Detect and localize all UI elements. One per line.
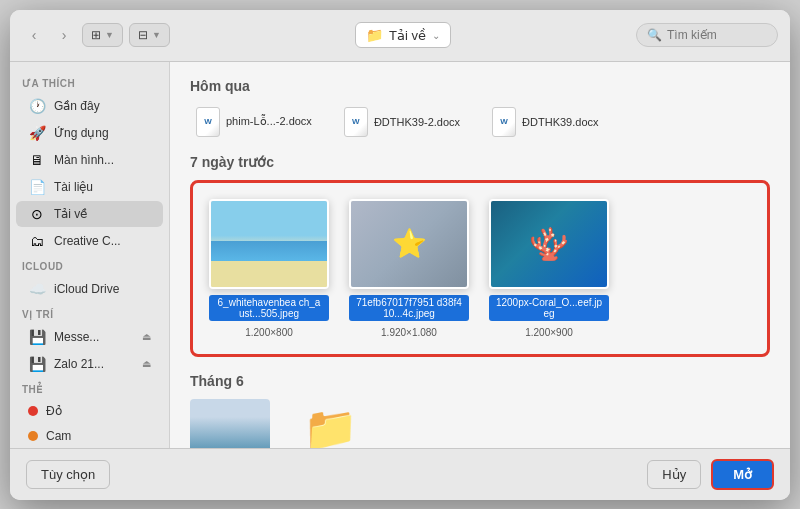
- back-button[interactable]: ‹: [22, 23, 46, 47]
- june-thumb-1[interactable]: [190, 399, 270, 448]
- beach-label: 6_whitehavenbea ch_aust...505.jpeg: [209, 295, 329, 321]
- section-7days-header: 7 ngày trước: [190, 154, 770, 170]
- file-name-ddthk: ĐDTHK39.docx: [522, 116, 598, 128]
- starfish-image: ⭐: [351, 201, 467, 287]
- coral-dims: 1.200×900: [525, 327, 573, 338]
- image-item-beach[interactable]: 6_whitehavenbea ch_aust...505.jpeg 1.200…: [209, 199, 329, 338]
- beach-thumb: [209, 199, 329, 289]
- file-area: Hôm qua W phim-Lỗ...-2.docx W ĐDTHK39-2.…: [170, 62, 790, 448]
- sidebar-item-recent-label: Gần đây: [54, 99, 100, 113]
- sidebar-item-apps-label: Ứng dụng: [54, 126, 109, 140]
- zalo-icon: 💾: [28, 356, 46, 372]
- tags-section-label: Thẻ: [10, 378, 169, 398]
- recent-icon: 🕐: [28, 98, 46, 114]
- sidebar-item-zalo-label: Zalo 21...: [54, 357, 104, 371]
- apps-icon: 🚀: [28, 125, 46, 141]
- sidebar: Ưa thích 🕐 Gần đây 🚀 Ứng dụng 🖥 Màn hình…: [10, 62, 170, 448]
- toolbar: ‹ › ⊞ ▼ ⊟ ▼ 📁 Tải về ⌄ 🔍: [10, 10, 790, 62]
- image-item-starfish[interactable]: ⭐ 71efb67017f7951 d38f410...4c.jpeg 1.92…: [349, 199, 469, 338]
- sidebar-item-desktop[interactable]: 🖥 Màn hình...: [16, 147, 163, 173]
- view-grid-button[interactable]: ⊞ ▼: [82, 23, 123, 47]
- today-files-row: W phim-Lỗ...-2.docx W ĐDTHK39-2.docx W Đ…: [190, 104, 770, 140]
- search-icon: 🔍: [647, 28, 662, 42]
- icloud-section-label: iCloud: [10, 255, 169, 275]
- doc-icon-phim: W: [196, 107, 220, 137]
- file-item-ddthk[interactable]: W ĐDTHK39.docx: [486, 104, 604, 140]
- section-today-header: Hôm qua: [190, 78, 770, 94]
- forward-button[interactable]: ›: [52, 23, 76, 47]
- sidebar-item-messe-label: Messe...: [54, 330, 99, 344]
- path-dropdown[interactable]: 📁 Tải về ⌄: [355, 22, 451, 48]
- sidebar-item-apps[interactable]: 🚀 Ứng dụng: [16, 120, 163, 146]
- file-name-ddthk2: ĐDTHK39-2.docx: [374, 116, 460, 128]
- grid-icon: ⊞: [91, 28, 101, 42]
- sidebar-item-creative[interactable]: 🗂 Creative C...: [16, 228, 163, 254]
- sidebar-item-docs[interactable]: 📄 Tài liệu: [16, 174, 163, 200]
- red-tag-dot: [28, 406, 38, 416]
- messe-icon: 💾: [28, 329, 46, 345]
- search-box[interactable]: 🔍: [636, 23, 778, 47]
- file-item-ddthk2[interactable]: W ĐDTHK39-2.docx: [338, 104, 466, 140]
- starfish-thumb: ⭐: [349, 199, 469, 289]
- coral-label: 1200px-Coral_O...eef.jpeg: [489, 295, 609, 321]
- doc-icon-ddthk2: W: [344, 107, 368, 137]
- creative-icon: 🗂: [28, 233, 46, 249]
- toolbar-right: 🔍: [636, 23, 778, 47]
- section-june-header: Tháng 6: [190, 373, 770, 389]
- sidebar-item-tag-red[interactable]: Đỏ: [16, 399, 163, 423]
- path-chevron-icon: ⌄: [432, 30, 440, 41]
- bottom-left: Tùy chọn: [26, 460, 110, 489]
- messe-eject-icon[interactable]: ⏏: [142, 331, 151, 342]
- sidebar-item-messe[interactable]: 💾 Messe... ⏏: [16, 324, 163, 350]
- tag-orange-label: Cam: [46, 429, 71, 443]
- sidebar-item-creative-label: Creative C...: [54, 234, 121, 248]
- beach-image: [211, 201, 327, 287]
- toolbar-center: 📁 Tải về ⌄: [178, 22, 628, 48]
- starfish-label: 71efb67017f7951 d38f410...4c.jpeg: [349, 295, 469, 321]
- list-icon: ⊟: [138, 28, 148, 42]
- desktop-icon: 🖥: [28, 152, 46, 168]
- bottom-right: Hủy Mở: [647, 459, 774, 490]
- sidebar-item-downloads[interactable]: ⊙ Tải về: [16, 201, 163, 227]
- selected-images-overlay: 6_whitehavenbea ch_aust...505.jpeg 1.200…: [190, 180, 770, 357]
- sidebar-item-docs-label: Tài liệu: [54, 180, 93, 194]
- list-dropdown-arrow: ▼: [152, 30, 161, 40]
- favorites-section-label: Ưa thích: [10, 72, 169, 92]
- sidebar-item-icloud[interactable]: ☁️ iCloud Drive: [16, 276, 163, 302]
- cancel-button[interactable]: Hủy: [647, 460, 701, 489]
- june-files-row: 📁: [190, 399, 770, 448]
- file-name-phim: phim-Lỗ...-2.docx: [226, 115, 312, 128]
- open-button[interactable]: Mở: [711, 459, 774, 490]
- locations-section-label: Vị trí: [10, 303, 169, 323]
- june-image-1: [190, 399, 270, 448]
- bottom-bar: Tùy chọn Hủy Mở: [10, 448, 790, 500]
- zalo-eject-icon[interactable]: ⏏: [142, 358, 151, 369]
- main-content: Ưa thích 🕐 Gần đây 🚀 Ứng dụng 🖥 Màn hình…: [10, 62, 790, 448]
- coral-image: [491, 201, 607, 287]
- doc-icon-ddthk: W: [492, 107, 516, 137]
- options-button[interactable]: Tùy chọn: [26, 460, 110, 489]
- sidebar-item-downloads-label: Tải về: [54, 207, 87, 221]
- june-folder-1[interactable]: 📁: [290, 399, 370, 448]
- docs-icon: 📄: [28, 179, 46, 195]
- coral-thumb: [489, 199, 609, 289]
- view-list-button[interactable]: ⊟ ▼: [129, 23, 170, 47]
- grid-dropdown-arrow: ▼: [105, 30, 114, 40]
- sidebar-item-zalo[interactable]: 💾 Zalo 21... ⏏: [16, 351, 163, 377]
- orange-tag-dot: [28, 431, 38, 441]
- sidebar-item-tag-orange[interactable]: Cam: [16, 424, 163, 448]
- sidebar-item-desktop-label: Màn hình...: [54, 153, 114, 167]
- tag-red-label: Đỏ: [46, 404, 62, 418]
- sidebar-item-recent[interactable]: 🕐 Gần đây: [16, 93, 163, 119]
- search-input[interactable]: [667, 28, 767, 42]
- icloud-icon: ☁️: [28, 281, 46, 297]
- downloads-icon: ⊙: [28, 206, 46, 222]
- folder-icon: 📁: [366, 27, 383, 43]
- file-item-phim[interactable]: W phim-Lỗ...-2.docx: [190, 104, 318, 140]
- finder-window: ‹ › ⊞ ▼ ⊟ ▼ 📁 Tải về ⌄ 🔍: [10, 10, 790, 500]
- image-item-coral[interactable]: 1200px-Coral_O...eef.jpeg 1.200×900: [489, 199, 609, 338]
- current-path-label: Tải về: [389, 28, 426, 43]
- beach-dims: 1.200×800: [245, 327, 293, 338]
- toolbar-nav: ‹ › ⊞ ▼ ⊟ ▼: [22, 23, 170, 47]
- sidebar-item-icloud-label: iCloud Drive: [54, 282, 119, 296]
